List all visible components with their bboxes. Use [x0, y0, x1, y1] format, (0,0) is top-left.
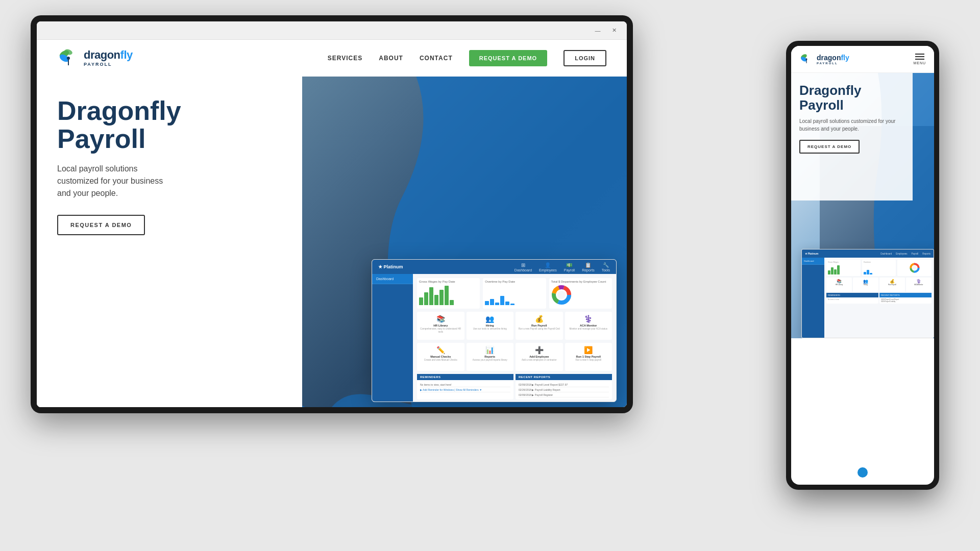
t-bar-4: [837, 265, 840, 274]
bar-7: [450, 300, 454, 305]
tablet-w1-label: HR Library: [828, 284, 850, 286]
dash-chart-wages-title: Gross Wages by Pay Date: [419, 280, 478, 283]
hero-content: Dragonfly Payroll Local payroll solution…: [57, 97, 272, 235]
dash-reminders-content: No items to view, start here! ▶ Add Remi…: [417, 380, 513, 394]
tablet-charts-row: Gross Wages Overtime: [826, 260, 932, 276]
bar-6: [445, 286, 449, 305]
dash-main-content: Gross Wages by Pay Date: [413, 274, 616, 402]
report-row-1: 02/09/2018 ▶ Payroll Level Report $227.9…: [519, 382, 609, 387]
menu-bar-3: [915, 59, 924, 60]
tablet-reminders: REMINDERS No items to view: [826, 293, 878, 304]
tablet-widget-3: 💰 Run Payroll: [879, 278, 905, 292]
reminder-1: No items to view, start here!: [420, 382, 510, 387]
tablet-w3-label: Run Payroll: [881, 284, 903, 286]
tablet-widget-2: 👥 Hiring: [853, 278, 878, 292]
widget-hiring-desc: Use our tools to streamline hiring: [469, 328, 512, 331]
reminder-2: ▶ Add Reminder for Windows | Show All Re…: [420, 387, 510, 392]
bar-3: [429, 287, 433, 305]
t-bar-2: [831, 267, 834, 274]
donut-chart: [551, 285, 572, 305]
tablet-floating-dot[interactable]: [857, 467, 868, 478]
tablet-dashboard-screenshot: ★ Platinum Dashboard Employees Payroll R…: [801, 249, 934, 338]
dash-bottom-row: REMINDERS No items to view, start here! …: [417, 374, 612, 399]
tablet-chart-2-title: Overtime: [864, 261, 895, 263]
tablet-dash-nav-item-3: Payroll: [911, 253, 918, 255]
dash-reminders-header: REMINDERS: [417, 374, 513, 380]
dash-nav-tools: 🔧Tools: [602, 262, 610, 272]
dash-charts-row: Gross Wages by Pay Date: [417, 278, 612, 309]
dash-bar-chart-wages: [419, 285, 478, 305]
tablet-bottom: REMINDERS No items to view RECENT REPORT…: [826, 293, 932, 304]
nav-links: SERVICES ABOUT CONTACT REQUEST A DEMO LO…: [328, 50, 606, 66]
widget-aca-icon: ⚕️: [567, 315, 610, 323]
tablet-logo-area: dragonfly PAYROLL: [799, 52, 849, 66]
widget-1step-icon: ▶️: [567, 346, 610, 354]
ot-bar-3: [495, 303, 499, 305]
widget-payroll-desc: Run a new Payroll using the Payroll Grid: [518, 328, 561, 331]
minimize-button[interactable]: —: [593, 27, 602, 34]
tablet-navigation: dragonfly PAYROLL MENU: [791, 46, 934, 73]
widget-hr-label: HR Library: [419, 324, 462, 327]
dash-reports-box: RECENT REPORTS 02/09/2018 ▶ Payroll Leve…: [516, 374, 612, 399]
widget-hiring-icon: 👥: [469, 315, 512, 323]
logo-sub: PAYROLL: [84, 62, 133, 67]
widget-checks-label: Manual Checks: [419, 355, 462, 358]
window-chrome: — ✕: [37, 21, 627, 40]
tablet-w3-icon: 💰: [881, 279, 903, 284]
widget-payroll-label: Run Payroll: [518, 324, 561, 327]
widget-reports-icon: 📊: [469, 346, 512, 354]
nav-services[interactable]: SERVICES: [328, 55, 362, 62]
tablet-demo-button[interactable]: REQUEST A DEMO: [799, 140, 860, 154]
ot-bar-1: [485, 301, 489, 305]
tablet-logo-name: dragonfly: [817, 54, 849, 62]
logo-text: dragonfly PAYROLL: [84, 49, 133, 67]
widget-checks-icon: ✏️: [419, 346, 462, 354]
ot-bar-2: [490, 299, 494, 305]
tablet-widgets: 📚 HR Library 👥 Hiring 💰 Run Payroll: [826, 278, 932, 292]
nav-contact[interactable]: CONTACT: [420, 55, 453, 62]
tablet-w4-icon: ⚕️: [908, 279, 930, 284]
tablet-chart-1: Gross Wages: [826, 260, 861, 276]
tablet-reports-content: 02/09 Payroll Level Report 02/26 Payroll…: [879, 297, 932, 304]
t2-bar-1: [864, 272, 866, 274]
dash-nav-reports: 📋Reports: [582, 262, 595, 272]
tablet-bars-2: [864, 264, 895, 274]
tablet-reminder-text: No items to view: [828, 298, 877, 300]
hero-demo-button[interactable]: REQUEST A DEMO: [57, 215, 145, 235]
tablet-dash-nav-item-4: Reports: [922, 253, 930, 255]
bar-2: [424, 292, 428, 305]
ot-bar-5: [505, 302, 509, 305]
close-button[interactable]: ✕: [609, 27, 619, 34]
hero-section: Dragonfly Payroll Local payroll solution…: [37, 77, 627, 407]
dash-chart-dept-title: Total $ Departments by Employee Count: [551, 280, 610, 283]
widget-hiring-label: Hiring: [469, 324, 512, 327]
dash-widgets-row1: 📚 HR Library Comprehensive, easy to unde…: [417, 312, 612, 340]
dash-reports-header: RECENT REPORTS: [516, 374, 612, 380]
widget-reports: 📊 Reports Access your payroll reports li…: [467, 343, 514, 371]
tablet-chart-3: [897, 260, 932, 276]
bar-4: [434, 295, 438, 305]
dash-sidebar-dashboard: Dashboard: [372, 274, 413, 284]
nav-login-button[interactable]: LOGIN: [564, 50, 606, 66]
widget-add-employee: ➕ Add Employee Add a new employee or con…: [516, 343, 563, 371]
nav-about[interactable]: ABOUT: [379, 55, 403, 62]
tablet-reminders-content: No items to view: [826, 297, 878, 302]
t2-bar-3: [870, 273, 872, 274]
widget-hr-icon: 📚: [419, 315, 462, 323]
dash-body: Dashboard Gross Wages by Pay Date: [372, 274, 616, 402]
tablet-mockup: dragonfly PAYROLL MENU Drago: [786, 41, 939, 490]
dash-chart-wages: Gross Wages by Pay Date: [417, 278, 480, 309]
dash-sidebar: Dashboard: [372, 274, 413, 402]
widget-checks-desc: Create and view Manual Checks: [419, 359, 462, 362]
dash-reminders-box: REMINDERS No items to view, start here! …: [417, 374, 513, 399]
tablet-dash-nav: Dashboard Employees Payroll Reports: [880, 253, 930, 255]
nav-request-demo-button[interactable]: REQUEST A DEMO: [469, 50, 547, 66]
menu-bar-2: [915, 56, 924, 57]
dash-reports-content: 02/09/2018 ▶ Payroll Level Report $227.9…: [516, 380, 612, 399]
desktop-mockup: — ✕ dragonfly PAYROLL: [31, 15, 633, 413]
svg-point-11: [557, 291, 566, 299]
ot-bar-4: [500, 296, 504, 305]
widget-aca-desc: Monitor and manage your ACA status: [567, 328, 610, 331]
tablet-menu-button[interactable]: MENU: [913, 54, 926, 65]
widget-add-emp-label: Add Employee: [518, 355, 561, 358]
